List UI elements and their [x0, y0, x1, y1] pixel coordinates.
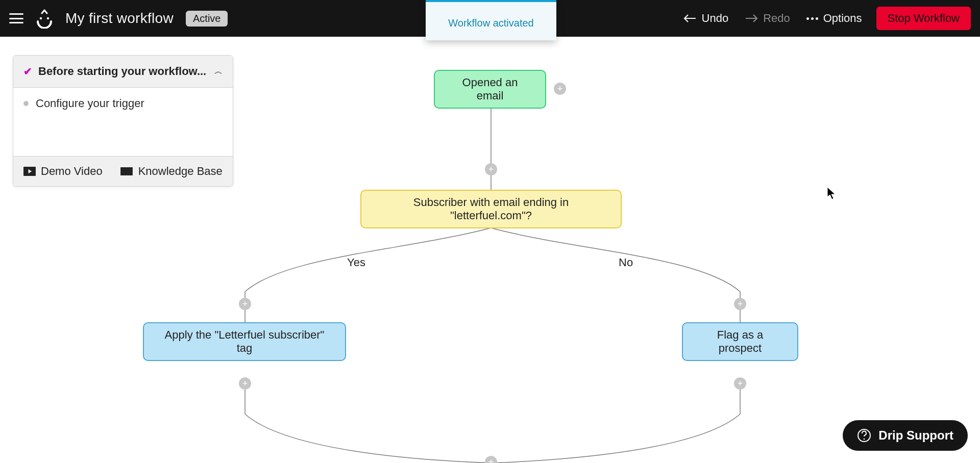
add-node-yes-after-button[interactable]: + — [239, 377, 251, 390]
svg-point-5 — [864, 439, 865, 440]
undo-button[interactable]: Undo — [681, 9, 731, 28]
node-decision-label: Subscriber with email ending in "letterf… — [377, 196, 605, 222]
redo-button: Redo — [743, 9, 792, 28]
app-logo[interactable] — [36, 8, 53, 29]
node-action-no[interactable]: Flag as a prospect — [682, 322, 798, 361]
ellipsis-icon — [806, 17, 818, 20]
svg-point-0 — [40, 17, 42, 19]
undo-label: Undo — [702, 12, 729, 25]
add-node-yes-before-button[interactable]: + — [239, 298, 251, 310]
support-label: Drip Support — [878, 428, 953, 443]
support-button[interactable]: Drip Support — [843, 420, 968, 451]
node-action-yes[interactable]: Apply the "Letterfuel subscriber" tag — [143, 322, 346, 361]
workflow-title[interactable]: My first workflow — [65, 10, 174, 27]
options-label: Options — [823, 12, 862, 25]
branch-yes-label: Yes — [347, 256, 365, 269]
add-node-no-before-button[interactable]: + — [734, 298, 746, 310]
node-trigger[interactable]: Opened an email — [434, 70, 546, 109]
stop-workflow-button[interactable]: Stop Workflow — [876, 7, 971, 30]
toast-workflow-activated: Workflow activated — [426, 0, 556, 40]
node-decision[interactable]: Subscriber with email ending in "letterf… — [360, 190, 622, 228]
options-button[interactable]: Options — [804, 9, 864, 28]
add-node-after-trigger-button[interactable]: + — [485, 163, 497, 175]
svg-point-1 — [47, 17, 49, 19]
node-action-yes-label: Apply the "Letterfuel subscriber" tag — [159, 328, 330, 355]
branch-no-label: No — [619, 256, 633, 269]
status-badge: Active — [186, 11, 228, 27]
node-action-no-label: Flag as a prospect — [698, 328, 782, 355]
workflow-canvas[interactable]: Opened an email + + Subscriber with emai… — [0, 37, 980, 463]
menu-icon[interactable] — [9, 13, 23, 23]
redo-label: Redo — [763, 12, 790, 25]
add-node-no-after-button[interactable]: + — [734, 377, 746, 390]
add-node-merge-button[interactable]: + — [485, 456, 497, 463]
node-trigger-label: Opened an email — [450, 76, 530, 102]
add-node-sibling-button[interactable]: + — [554, 83, 566, 95]
